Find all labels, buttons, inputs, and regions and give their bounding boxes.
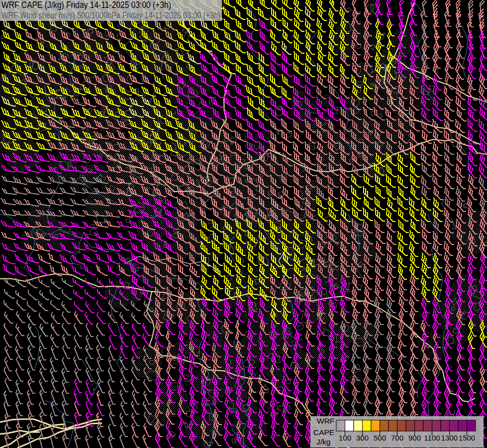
- svg-text:1300: 1300: [441, 434, 458, 442]
- svg-text:500: 500: [374, 434, 386, 442]
- svg-text:WRF: WRF: [317, 417, 334, 425]
- svg-text:1500: 1500: [459, 434, 475, 442]
- svg-text:300: 300: [356, 434, 369, 442]
- svg-text:900: 900: [408, 434, 421, 442]
- svg-text:J/kg: J/kg: [316, 438, 330, 446]
- svg-text:WRF CAPE (J/kg) Friday 14-11-2: WRF CAPE (J/kg) Friday 14-11-2025 03:00 …: [1, 0, 171, 10]
- svg-text:1100: 1100: [424, 434, 440, 442]
- svg-text:100: 100: [339, 434, 351, 442]
- svg-text:700: 700: [391, 434, 403, 442]
- svg-text:WRF Wind shear (m/s) 500/1000h: WRF Wind shear (m/s) 500/1000hPa Friday …: [1, 10, 220, 20]
- svg-text:CAPE: CAPE: [313, 428, 334, 437]
